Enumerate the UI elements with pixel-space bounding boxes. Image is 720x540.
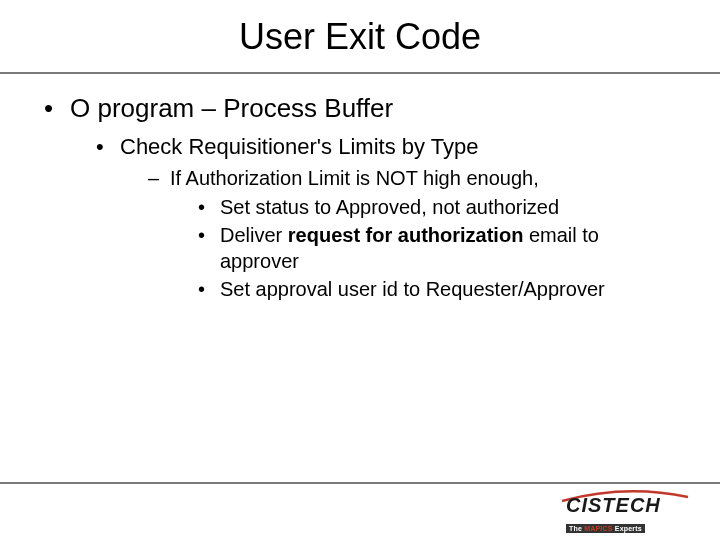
footer-divider: [0, 482, 720, 484]
slide-content: O program – Process Buffer Check Requisi…: [0, 74, 720, 302]
bullet-level-1: O program – Process Buffer: [30, 92, 690, 126]
bullet-text: Deliver: [220, 224, 288, 246]
slide-title: User Exit Code: [0, 0, 720, 72]
tagline-suffix: Experts: [613, 525, 642, 532]
bullet-level-2: Check Requisitioner's Limits by Type: [30, 132, 690, 162]
bullet-level-4: Set approval user id to Requester/Approv…: [30, 276, 690, 302]
tagline-prefix: The: [569, 525, 584, 532]
bullet-bold: request for authorization: [288, 224, 524, 246]
logo-tagline: The MAPICS Experts: [566, 524, 645, 533]
bullet-level-3: If Authorization Limit is NOT high enoug…: [30, 165, 690, 192]
company-logo: CISTECH The MAPICS Experts: [566, 494, 696, 528]
bullet-level-4: Set status to Approved, not authorized: [30, 194, 690, 220]
tagline-brand: MAPICS: [584, 525, 612, 532]
logo-text: CISTECH: [566, 494, 696, 517]
bullet-level-4: Deliver request for authorization email …: [30, 222, 690, 274]
